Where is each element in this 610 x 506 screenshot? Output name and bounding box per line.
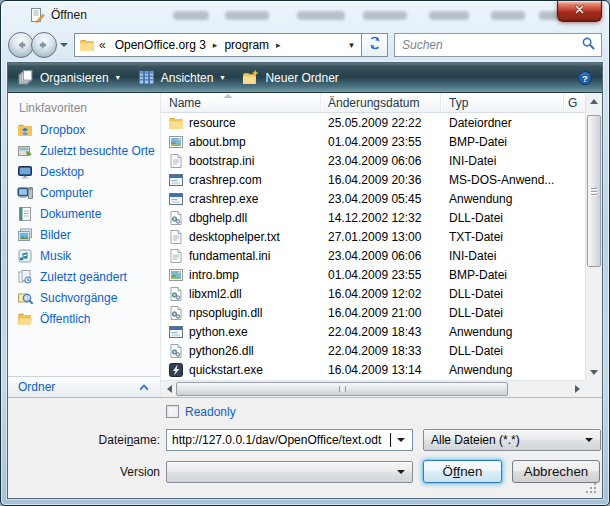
file-row-about-bmp[interactable]: about.bmp01.04.2009 23:55BMP-Datei (161, 132, 585, 151)
file-name: about.bmp (189, 135, 321, 149)
scroll-left-button[interactable] (161, 381, 177, 397)
address-dropdown-icon[interactable]: ▾ (344, 40, 359, 50)
chevron-down-icon[interactable] (585, 438, 593, 442)
open-button[interactable]: Öffnen (423, 460, 502, 483)
sidebar-item-musik[interactable]: Musik (8, 246, 160, 267)
toolbar-ansichten-button[interactable]: Ansichten▾ (138, 69, 225, 86)
file-name: bootstrap.ini (189, 154, 321, 168)
folders-label: Ordner (18, 380, 55, 394)
file-row-desktophelper-txt[interactable]: desktophelper.txt27.01.2009 13:00TXT-Dat… (161, 227, 585, 246)
scroll-up-button[interactable] (586, 93, 602, 109)
breadcrumb-separator-icon[interactable]: ▸ (275, 40, 282, 50)
filename-label: Dateiname: (8, 433, 166, 447)
scroll-down-button[interactable] (586, 364, 602, 380)
dll-icon (168, 343, 184, 359)
chevron-down-icon[interactable] (397, 438, 405, 442)
titlebar[interactable]: Öffnen (1, 1, 609, 29)
file-modified-date: 23.04.2009 06:06 (321, 249, 441, 263)
sidebar-item-zuletzt-besuchte-orte[interactable]: Zuletzt besuchte Orte (8, 141, 160, 162)
chevron-down-icon[interactable] (397, 470, 405, 474)
new-folder-icon (242, 69, 259, 86)
vertical-scroll-thumb[interactable] (587, 115, 601, 267)
sidebar-item-suchvorgänge[interactable]: Suchvorgänge (8, 288, 160, 309)
file-type: TXT-Datei (441, 230, 585, 244)
version-combobox[interactable] (166, 461, 413, 483)
navigation-bar: « OpenOffice.org 3▸program▸ ▾ Suchen (1, 29, 609, 62)
cancel-button[interactable]: Abbrechen (512, 460, 600, 483)
open-file-dialog: Öffnen « OpenOffice.org 3▸program▸ ▾ (0, 0, 610, 506)
file-row-npsoplugin-dll[interactable]: npsoplugin.dll16.04.2009 21:00DLL-Datei (161, 303, 585, 322)
file-row-crashrep-exe[interactable]: crashrep.exe23.04.2009 05:45Anwendung (161, 189, 585, 208)
filetype-combobox[interactable]: Alle Dateien (*.*) (423, 429, 601, 451)
file-row-crashrep-com[interactable]: crashrep.com16.04.2009 20:36MS-DOS-Anwen… (161, 170, 585, 189)
file-name: intro.bmp (189, 268, 321, 282)
version-label: Version (8, 465, 166, 479)
filename-value[interactable]: http://127.0.0.1/dav/OpenOffice/text.odt (172, 433, 389, 447)
file-name: crashrep.exe (189, 192, 321, 206)
file-modified-date: 23.04.2009 05:45 (321, 192, 441, 206)
file-row-fundamental-ini[interactable]: fundamental.ini23.04.2009 06:06INI-Datei (161, 246, 585, 265)
vertical-scroll-track[interactable] (586, 109, 602, 364)
breadcrumb-segment-program[interactable]: program (218, 38, 275, 52)
forward-button[interactable] (31, 32, 57, 58)
favorites-header: Linkfavoriten (8, 93, 160, 120)
breadcrumb-segment-openoffice-org-3[interactable]: OpenOffice.org 3 (109, 38, 212, 52)
help-button[interactable]: ? (577, 70, 593, 86)
file-row-dbghelp-dll[interactable]: dbghelp.dll14.12.2002 12:32DLL-Datei (161, 208, 585, 227)
sidebar-item-label: Suchvorgänge (40, 291, 117, 305)
scroll-right-button[interactable] (569, 381, 585, 397)
text-icon (168, 229, 184, 245)
sidebar-item-desktop[interactable]: Desktop (8, 162, 160, 183)
sidebar-item-dropbox[interactable]: Dropbox (8, 120, 160, 141)
sidebar-item-label: Musik (40, 249, 71, 263)
horizontal-scroll-thumb[interactable] (176, 382, 508, 396)
address-breadcrumb[interactable]: « OpenOffice.org 3▸program▸ ▾ (74, 33, 362, 57)
toolbar-organisieren-button[interactable]: Organisieren▾ (17, 69, 120, 86)
file-row-intro-bmp[interactable]: intro.bmp01.04.2009 23:55BMP-Datei (161, 265, 585, 284)
horizontal-scrollbar[interactable] (161, 380, 585, 397)
close-button[interactable] (557, 1, 602, 22)
search-placeholder: Suchen (402, 38, 581, 52)
file-list-pane: NameÄnderungsdatumTypG resource25.05.200… (161, 93, 602, 397)
search-box[interactable]: Suchen (394, 33, 602, 57)
command-toolbar: Organisieren▾Ansichten▾Neuer Ordner ? (8, 63, 602, 93)
file-modified-date: 16.04.2009 21:00 (321, 306, 441, 320)
sidebar-item-dokumente[interactable]: Dokumente (8, 204, 160, 225)
file-type: BMP-Datei (441, 268, 585, 282)
vertical-scrollbar[interactable] (585, 93, 602, 380)
file-row-bootstrap-ini[interactable]: bootstrap.ini23.04.2009 06:06INI-Datei (161, 151, 585, 170)
file-row-quickstart-exe[interactable]: quickstart.exe16.04.2009 13:14Anwendung (161, 360, 585, 379)
recent-pages-dropdown[interactable] (60, 43, 68, 47)
column-header-änderungsdatum[interactable]: Änderungsdatum (321, 93, 441, 112)
toolbar-neuer-ordner-button[interactable]: Neuer Ordner (242, 69, 338, 86)
quickstart-icon (168, 362, 184, 378)
file-row-python-exe[interactable]: python.exe22.04.2009 18:43Anwendung (161, 322, 585, 341)
file-modified-date: 16.04.2009 13:14 (321, 363, 441, 377)
file-row-python26-dll[interactable]: python26.dll22.04.2009 18:33DLL-Datei (161, 341, 585, 360)
file-type: INI-Datei (441, 249, 585, 263)
text-icon (168, 248, 184, 264)
toolbar-item-label: Ansichten (161, 71, 214, 85)
sidebar-item-bilder[interactable]: Bilder (8, 225, 160, 246)
desktop-icon (17, 164, 33, 180)
sidebar-item-zuletzt-geändert[interactable]: Zuletzt geändert (8, 267, 160, 288)
column-header-name[interactable]: Name (161, 93, 321, 112)
file-name: resource (189, 116, 321, 130)
column-header-typ[interactable]: Typ (441, 93, 564, 112)
file-row-resource[interactable]: resource25.05.2009 22:22Dateiordner (161, 113, 585, 132)
sidebar-item-computer[interactable]: Computer (8, 183, 160, 204)
readonly-checkbox[interactable] (166, 405, 179, 418)
filename-combobox[interactable]: http://127.0.0.1/dav/OpenOffice/text.odt (166, 429, 413, 451)
file-type: DLL-Datei (441, 344, 585, 358)
close-icon (573, 4, 586, 18)
refresh-button[interactable] (362, 33, 388, 57)
sidebar-item-öffentlich[interactable]: Öffentlich (8, 309, 160, 330)
resize-grip-icon[interactable] (594, 491, 596, 493)
column-header-g[interactable]: G (564, 93, 585, 112)
sidebar-item-label: Bilder (40, 228, 71, 242)
breadcrumb-overflow-chevron[interactable]: « (99, 38, 106, 52)
background-window-ghost (173, 11, 209, 20)
readonly-label: Readonly (185, 405, 236, 419)
file-row-libxml2-dll[interactable]: libxml2.dll16.04.2009 12:02DLL-Datei (161, 284, 585, 303)
folders-expander[interactable]: Ordner (8, 376, 160, 397)
